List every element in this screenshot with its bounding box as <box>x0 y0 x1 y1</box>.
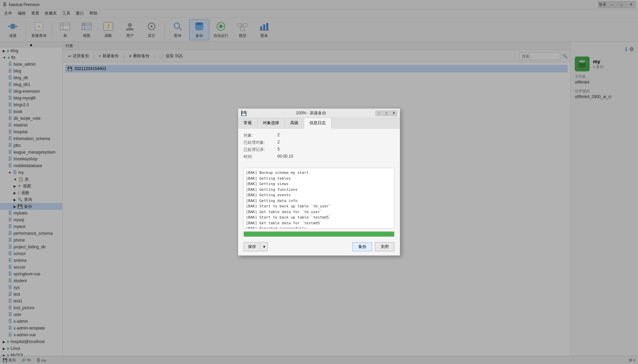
modal-processed-records-label: 已处理记录: <box>244 147 277 153</box>
modal-tab-info-log[interactable]: 信息日志 <box>304 118 332 129</box>
modal-processed-objects-value: 2 <box>277 140 280 145</box>
log-line-11: [BAK] Finished successfully <box>246 226 392 229</box>
save-label: 保存 <box>248 244 256 249</box>
log-line-6: [BAK] Getting data info <box>246 198 392 204</box>
modal-tab-object-select[interactable]: 对象选择 <box>257 118 285 128</box>
modal-objects-value: 2 <box>277 133 280 138</box>
progress-bar-container <box>244 231 394 237</box>
modal-info-processed-objects: 已处理对象: 2 <box>244 140 394 145</box>
progress-bar-fill <box>244 232 394 236</box>
log-line-3: [BAK] Getting views <box>246 181 392 187</box>
modal-processed-records-value: 5 <box>277 147 280 153</box>
modal-processed-objects-label: 已处理对象: <box>244 140 277 145</box>
modal-overlay: 💾 100% - 新建备份 ─ □ ✕ 常规 对象选择 高级 信息日志 对象: … <box>0 0 638 364</box>
modal-maximize-button[interactable]: □ <box>383 111 390 116</box>
modal-objects-label: 对象: <box>244 133 277 138</box>
modal-footer-left: 保存 ▼ <box>244 242 268 251</box>
modal-tabs: 常规 对象选择 高级 信息日志 <box>238 118 400 129</box>
modal-time-label: 时间: <box>244 154 277 160</box>
log-line-1: [BAK] Backup schema my start <box>246 170 392 176</box>
close-action-button[interactable]: 关闭 <box>375 242 394 251</box>
modal-tab-general[interactable]: 常规 <box>238 118 257 128</box>
save-button[interactable]: 保存 <box>244 242 260 251</box>
log-area[interactable]: [BAK] Backup schema my start [BAK] Getti… <box>244 168 394 229</box>
modal-info-objects: 对象: 2 <box>244 133 394 138</box>
modal-close-button[interactable]: ✕ <box>390 111 397 116</box>
modal-footer: 保存 ▼ 备份 关闭 <box>238 240 400 255</box>
modal-title: 100% - 新建备份 <box>296 110 326 116</box>
save-dropdown-button[interactable]: ▼ <box>261 242 268 251</box>
modal-tab-advanced[interactable]: 高级 <box>285 118 304 128</box>
log-line-8: [BAK] Get table data for `tb_user` <box>246 209 392 215</box>
modal-info-processed-records: 已处理记录: 5 <box>244 147 394 153</box>
modal-info-time: 时间: 00:00.10 <box>244 154 394 160</box>
modal-controls: ─ □ ✕ <box>375 111 397 116</box>
modal-time-value: 00:00.10 <box>277 154 293 160</box>
modal-title-bar: 💾 100% - 新建备份 ─ □ ✕ <box>238 109 400 118</box>
log-line-7: [BAK] Start to back up table `tb_user` <box>246 204 392 209</box>
backup-action-button[interactable]: 备份 <box>352 242 372 251</box>
log-line-9: [BAK] Start to back up table `testmd5` <box>246 215 392 221</box>
modal-minimize-button[interactable]: ─ <box>375 111 382 116</box>
log-line-2: [BAK] Getting tables <box>246 176 392 182</box>
log-line-4: [BAK] Getting functions <box>246 187 392 193</box>
new-backup-modal: 💾 100% - 新建备份 ─ □ ✕ 常规 对象选择 高级 信息日志 对象: … <box>238 108 400 256</box>
modal-icon: 💾 <box>241 111 247 116</box>
modal-content: 对象: 2 已处理对象: 2 已处理记录: 5 时间: 00:00.10 <box>238 129 400 165</box>
log-line-5: [BAK] Getting events <box>246 192 392 198</box>
backup-action-label: 备份 <box>358 244 366 249</box>
close-action-label: 关闭 <box>381 244 389 249</box>
log-line-10: [BAK] Get table data for `testmd5` <box>246 221 392 226</box>
modal-footer-right: 备份 关闭 <box>352 242 394 251</box>
